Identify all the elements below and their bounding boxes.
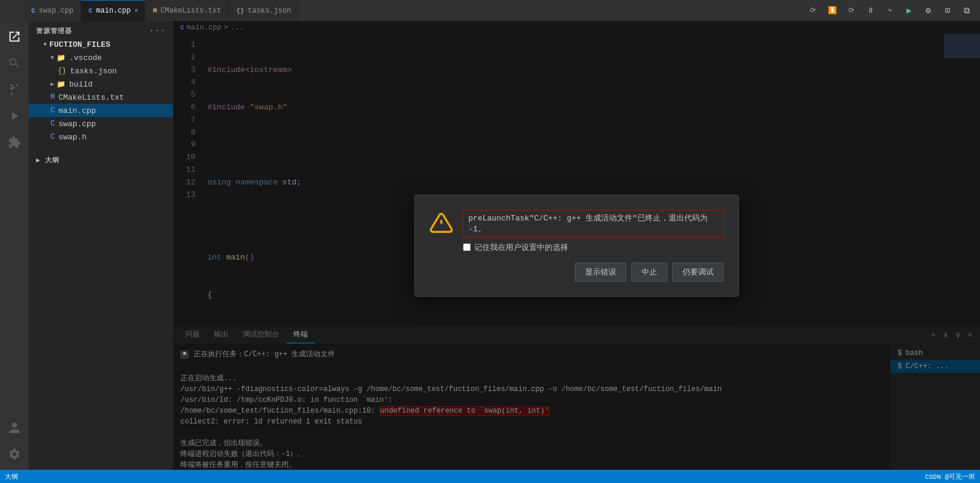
sidebar-item-cmake[interactable]: M CMakeLists.txt (29, 91, 173, 104)
tab-icon-main-cpp: C (88, 7, 93, 14)
folder-arrow: ▼ (43, 41, 47, 48)
tab-swap-cpp[interactable]: C swap.cpp (24, 0, 81, 21)
outline-section: ▶ 大纲 (29, 151, 173, 167)
activity-explorer-icon[interactable] (4, 26, 25, 47)
debug-stop-btn[interactable]: ⏬ (824, 2, 841, 19)
debug-restart-btn[interactable]: ⟳ (804, 2, 821, 19)
title-bar-actions: ⟳ ⏬ ⟳ ⏸ ↷ ▶ ⚙ ⊡ ⧉ (804, 2, 980, 19)
activity-settings-icon[interactable] (4, 443, 25, 465)
outline-header: ▶ 大纲 (29, 151, 173, 167)
sidebar-more-btn[interactable]: ··· (149, 26, 166, 35)
vscode-arrow: ▼ (51, 55, 54, 61)
dialog-text-area: preLaunchTask"C/C++: g++ 生成活动文件"已终止，退出代码… (463, 210, 724, 253)
sidebar-header-actions: ··· (149, 26, 166, 35)
tab-bar: C swap.cpp C main.cpp × M CMakeLists.txt… (24, 0, 804, 21)
sidebar-item-main-cpp[interactable]: C main.cpp (29, 104, 173, 117)
dialog-show-error-btn[interactable]: 显示错误 (575, 263, 626, 282)
vscode-label: .vscode (69, 53, 102, 62)
activity-bar (0, 21, 29, 470)
tab-label-swap-cpp: swap.cpp (39, 7, 74, 15)
main-cpp-label: main.cpp (58, 106, 96, 115)
tab-label-main-cpp: main.cpp (96, 7, 131, 15)
status-bar-outline[interactable]: 大纲 (5, 472, 18, 481)
sidebar-item-vscode[interactable]: ▼ 📁 .vscode (29, 51, 173, 64)
sidebar-item-swap-cpp[interactable]: C swap.cpp (29, 117, 173, 130)
build-folder-icon: 📁 (57, 80, 66, 89)
activity-account-icon[interactable] (4, 417, 25, 439)
editor-area: C main.cpp > ... 1 2 3 4 5 6 7 8 9 10 11… (173, 21, 980, 470)
split-editor-icon[interactable]: ⧉ (958, 2, 975, 19)
title-bar: C swap.cpp C main.cpp × M CMakeLists.txt… (0, 0, 980, 21)
tab-icon-cmake: M (153, 7, 157, 14)
dialog-error-message: preLaunchTask"C/C++: g++ 生成活动文件"已终止，退出代码… (463, 210, 724, 237)
dialog-debug-anyway-btn[interactable]: 仍要调试 (672, 263, 724, 282)
tab-label-tasks: tasks.json (248, 7, 291, 15)
activity-search-icon[interactable] (4, 52, 25, 74)
tab-icon-swap-cpp: C (31, 7, 35, 14)
status-bar: 大纲 CSDN @可见一班 (0, 470, 980, 483)
activity-source-control-icon[interactable] (4, 79, 25, 100)
activity-run-icon[interactable] (4, 105, 25, 127)
activity-bar-bottom (4, 417, 25, 470)
dialog-abort-btn[interactable]: 中止 (631, 263, 667, 282)
debug-continue-btn[interactable]: ⟳ (843, 2, 860, 19)
run-button[interactable]: ▶ (901, 2, 917, 19)
settings-gear-icon[interactable]: ⚙ (920, 2, 937, 19)
swap-cpp-icon: C (51, 120, 55, 128)
cmake-label: CMakeLists.txt (58, 93, 124, 102)
folder-label: FUCTION_FILES (49, 40, 110, 49)
vscode-folder-icon: 📁 (57, 53, 66, 62)
tab-label-cmake: CMakeLists.txt (161, 7, 221, 15)
sidebar: 资源管理器 ··· ▼ FUCTION_FILES ▼ 📁 .vscode {}… (29, 21, 173, 470)
swap-h-icon: C (51, 133, 55, 141)
debug-step-over-btn[interactable]: ↷ (881, 2, 898, 19)
dialog-buttons: 显示错误 中止 仍要调试 (429, 263, 724, 282)
sidebar-title: 资源管理器 (36, 26, 72, 35)
sidebar-item-tasks-json[interactable]: {} tasks.json (29, 64, 173, 77)
dialog-warning-icon (429, 211, 453, 241)
build-label: build (69, 80, 93, 89)
file-tree: ▼ FUCTION_FILES ▼ 📁 .vscode {} tasks.jso… (29, 38, 173, 470)
dialog-checkbox-input[interactable] (463, 243, 471, 251)
dialog-remember-checkbox[interactable]: 记住我在用户设置中的选择 (463, 242, 724, 253)
error-dialog: preLaunchTask"C/C++: g++ 生成活动文件"已终止，退出代码… (414, 195, 739, 297)
sidebar-header: 资源管理器 ··· (29, 21, 173, 38)
outline-title: ▶ 大纲 (36, 156, 60, 165)
tab-cmake[interactable]: M CMakeLists.txt (145, 0, 228, 21)
swap-cpp-label: swap.cpp (58, 120, 96, 129)
status-bar-right: CSDN @可见一班 (925, 472, 975, 481)
sidebar-item-build[interactable]: ▶ 📁 build (29, 77, 173, 91)
tab-tasks[interactable]: {} tasks.json (229, 0, 299, 21)
cmake-icon: M (51, 93, 55, 102)
tab-icon-tasks: {} (236, 7, 244, 14)
build-arrow: ▶ (51, 80, 54, 88)
main-content: 资源管理器 ··· ▼ FUCTION_FILES ▼ 📁 .vscode {}… (0, 21, 980, 470)
swap-h-label: swap.h (58, 133, 87, 142)
tasks-json-label: tasks.json (70, 67, 117, 76)
folder-fuction-files[interactable]: ▼ FUCTION_FILES (29, 38, 173, 51)
tasks-json-icon: {} (58, 67, 66, 75)
dialog-overlay: preLaunchTask"C/C++: g++ 生成活动文件"已终止，退出代码… (173, 21, 980, 470)
layout-icon[interactable]: ⊡ (939, 2, 956, 19)
sidebar-item-swap-h[interactable]: C swap.h (29, 130, 173, 144)
debug-pause-btn[interactable]: ⏸ (862, 2, 879, 19)
main-cpp-icon: C (51, 106, 55, 115)
dialog-checkbox-label: 记住我在用户设置中的选择 (474, 242, 568, 253)
tab-main-cpp[interactable]: C main.cpp × (81, 0, 145, 21)
tab-close-main-cpp[interactable]: × (134, 8, 138, 14)
dialog-content: preLaunchTask"C/C++: g++ 生成活动文件"已终止，退出代码… (429, 210, 724, 253)
activity-extensions-icon[interactable] (4, 132, 25, 153)
